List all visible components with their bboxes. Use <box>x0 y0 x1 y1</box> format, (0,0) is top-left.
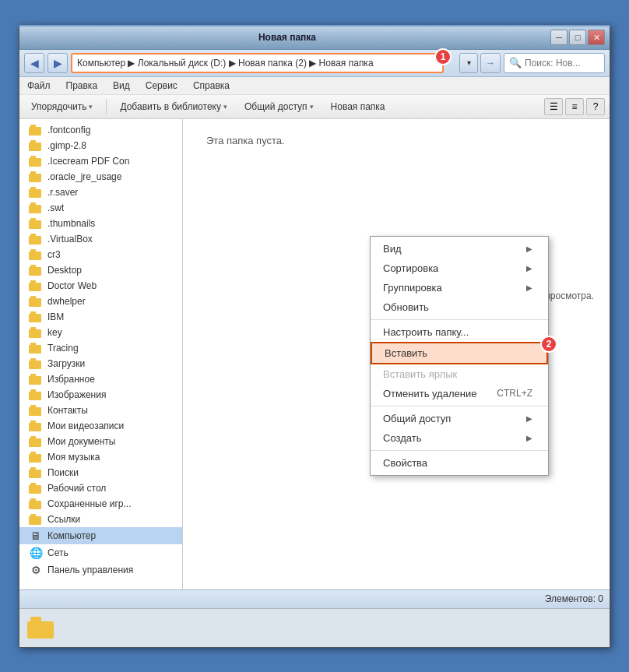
sidebar-item-label: Рабочий стол <box>47 483 106 494</box>
address-box[interactable]: Компьютер ▶ Локальный диск (D:) ▶ Новая … <box>71 53 444 73</box>
sidebar-item[interactable]: key <box>19 325 182 340</box>
go-button[interactable]: → <box>480 53 501 73</box>
view-details-button[interactable]: ≡ <box>565 98 584 115</box>
sidebar-item-label: .swt <box>47 202 64 213</box>
folder-icon <box>29 265 43 276</box>
sidebar-item[interactable]: 🌐Сеть <box>19 544 182 561</box>
sidebar-item[interactable]: Tracing <box>19 340 182 356</box>
folder-icon <box>29 436 43 447</box>
folder-icon <box>29 420 43 431</box>
context-menu-item[interactable]: Настроить папку... <box>371 322 548 342</box>
sidebar-item[interactable]: Ссылки <box>19 512 182 527</box>
sidebar-item[interactable]: Doctor Web <box>19 278 182 294</box>
context-menu-separator <box>371 406 548 406</box>
sidebar-item[interactable]: Мои документы <box>19 434 182 449</box>
sidebar-item[interactable]: Поиски <box>19 465 182 480</box>
sidebar-item[interactable]: .oracle_jre_usage <box>19 169 182 185</box>
context-menu-item[interactable]: Создать▶ <box>371 428 548 448</box>
submenu-arrow-icon: ▶ <box>526 245 532 253</box>
new-folder-button[interactable]: Новая папка <box>324 98 392 115</box>
bottom-folder-area <box>19 608 610 647</box>
context-menu-item[interactable]: Свойства <box>371 453 548 473</box>
folder-icon <box>29 389 43 400</box>
sidebar-item-label: Сохраненные игр... <box>47 498 132 509</box>
context-menu-item-label: Обновить <box>383 301 429 313</box>
add-library-button[interactable]: Добавить в библиотеку ▾ <box>113 98 234 115</box>
sidebar-item[interactable]: IBM <box>19 309 182 325</box>
address-path: Компьютер ▶ Локальный диск (D:) ▶ Новая … <box>77 58 437 69</box>
sidebar-item-label: Мои документы <box>47 436 115 447</box>
context-menu-badge: 2 <box>540 336 557 353</box>
sidebar-item[interactable]: Мои видеозаписи <box>19 418 182 434</box>
minimize-button[interactable]: ─ <box>550 30 568 45</box>
close-button[interactable]: ✕ <box>588 30 605 45</box>
organize-button[interactable]: Упорядочить ▾ <box>24 98 100 115</box>
sidebar-item-label: .r.saver <box>47 187 78 198</box>
menu-help[interactable]: Справка <box>190 79 233 93</box>
context-menu-item[interactable]: Вставить2 <box>371 342 548 364</box>
sidebar-item-label: Изображения <box>47 389 106 400</box>
address-dropdown-button[interactable]: ▾ <box>459 53 478 73</box>
sidebar-item[interactable]: Сохраненные игр... <box>19 496 182 512</box>
menu-view[interactable]: Вид <box>110 79 133 93</box>
sidebar-item-label: Загрузки <box>47 358 85 369</box>
share-button[interactable]: Общий доступ ▾ <box>237 98 321 115</box>
maximize-button[interactable]: □ <box>569 30 586 45</box>
folder-icon <box>29 171 43 182</box>
sidebar-item[interactable]: .gimp-2.8 <box>19 138 182 153</box>
sidebar-item[interactable]: Контакты <box>19 403 182 418</box>
sidebar-item[interactable]: .r.saver <box>19 185 182 200</box>
sidebar-item[interactable]: Избранное <box>19 371 182 387</box>
context-menu-item[interactable]: Сортировка▶ <box>371 259 548 278</box>
sidebar-item[interactable]: Изображения <box>19 387 182 403</box>
organize-label: Упорядочить <box>31 101 86 112</box>
submenu-arrow-icon: ▶ <box>526 434 532 442</box>
context-menu-item[interactable]: Обновить <box>371 297 548 317</box>
folder-icon <box>29 405 43 416</box>
sidebar-item[interactable]: Моя музыка <box>19 449 182 465</box>
search-box[interactable]: 🔍 <box>504 53 605 73</box>
sidebar-item[interactable]: .VirtualBox <box>19 231 182 247</box>
context-menu-item-label: Отменить удаление <box>383 388 476 399</box>
sidebar-item[interactable]: dwhelper <box>19 294 182 309</box>
sidebar-item[interactable]: Загрузки <box>19 356 182 371</box>
network-icon: 🌐 <box>29 547 43 559</box>
search-input[interactable] <box>525 58 599 69</box>
sidebar-item[interactable]: 🖥Компьютер <box>19 527 182 544</box>
help-button[interactable]: ? <box>586 98 605 115</box>
menu-tools[interactable]: Сервис <box>142 79 181 93</box>
sidebar-item[interactable]: .swt <box>19 200 182 216</box>
context-menu-item-label: Вставить <box>385 347 427 359</box>
sidebar-item[interactable]: .Icecream PDF Con <box>19 153 182 169</box>
sidebar-item[interactable]: Рабочий стол <box>19 480 182 496</box>
sidebar[interactable]: .fontconfig.gimp-2.8.Icecream PDF Con.or… <box>19 119 183 589</box>
sidebar-item[interactable]: Desktop <box>19 262 182 278</box>
folder-icon <box>29 483 43 494</box>
large-folder-icon <box>27 617 55 639</box>
context-menu-item-label: Общий доступ <box>383 413 451 424</box>
back-button[interactable]: ◀ <box>24 53 44 73</box>
menu-edit[interactable]: Правка <box>63 79 101 93</box>
sidebar-item[interactable]: .fontconfig <box>19 122 182 138</box>
sidebar-item[interactable]: cr3 <box>19 247 182 262</box>
context-menu-item[interactable]: Отменить удалениеCTRL+Z <box>371 384 548 403</box>
sidebar-item-label: .thumbnails <box>47 218 95 229</box>
main-content[interactable]: Эта папка пуста. ального просмотра. Вид▶… <box>183 119 610 589</box>
address-right-controls: ▾ → <box>459 53 501 73</box>
status-bar: Элементов: 0 <box>19 589 610 608</box>
context-menu-separator <box>371 319 548 320</box>
sidebar-item-label: Контакты <box>47 405 88 416</box>
share-label: Общий доступ <box>244 101 307 112</box>
view-toggle-button[interactable]: ☰ <box>544 98 563 115</box>
sidebar-item[interactable]: ⚙Панель управления <box>19 561 182 579</box>
sidebar-item-label: IBM <box>47 311 64 322</box>
context-menu-item[interactable]: Вид▶ <box>371 239 548 259</box>
context-menu-item-label: Свойства <box>383 457 427 469</box>
context-menu-item[interactable]: Общий доступ▶ <box>371 409 548 428</box>
menu-file[interactable]: Файл <box>24 79 54 93</box>
sidebar-item[interactable]: .thumbnails <box>19 216 182 231</box>
title-bar: Новая папка ─ □ ✕ <box>19 26 610 50</box>
context-menu-item[interactable]: Группировка▶ <box>371 278 548 297</box>
sidebar-item-label: Моя музыка <box>47 452 100 463</box>
forward-button[interactable]: ▶ <box>47 53 68 73</box>
